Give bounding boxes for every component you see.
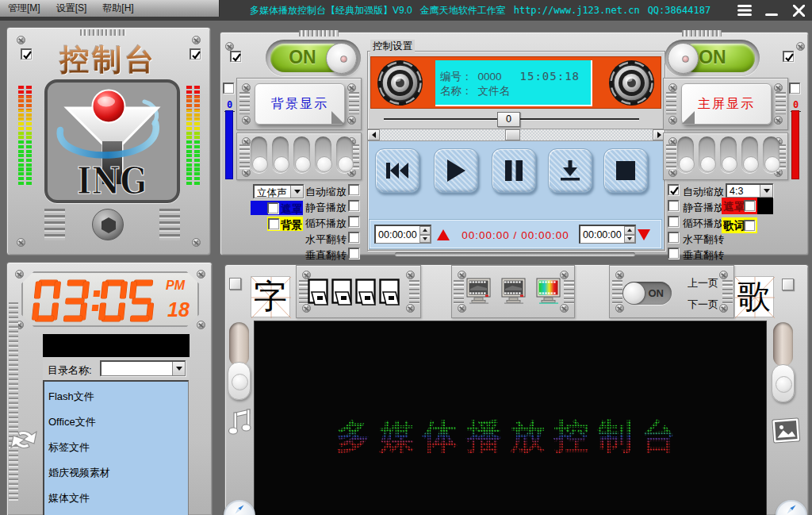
screen-power-toggle[interactable]: ON <box>622 282 672 305</box>
left-hflip-checkbox[interactable] <box>348 232 359 243</box>
left-vflip-checkbox[interactable] <box>348 248 359 259</box>
eq-slider-3[interactable] <box>293 136 310 173</box>
pause-icon <box>504 159 523 182</box>
eq-slider-2[interactable] <box>272 136 289 173</box>
song-mode-button[interactable]: 歌 <box>734 276 774 317</box>
eq-slider-3[interactable] <box>720 136 737 173</box>
left-loop-checkbox[interactable] <box>348 216 359 227</box>
list-item[interactable]: 婚庆视频素材 <box>48 466 110 480</box>
menu-help[interactable]: 帮助[H] <box>94 0 141 17</box>
right-hflip-checkbox[interactable] <box>668 232 679 243</box>
left-mute-checkbox[interactable] <box>348 200 359 211</box>
console-knob[interactable] <box>92 209 124 240</box>
background-checkbox[interactable] <box>268 218 279 229</box>
rocker-switch-button-4[interactable] <box>379 279 400 312</box>
right-button-plate: 主屏显示 <box>663 78 788 130</box>
spin-up-button[interactable] <box>624 226 635 235</box>
screen-right-square-button[interactable] <box>782 279 794 290</box>
right-mask-checkbox[interactable] <box>744 200 755 211</box>
list-item[interactable]: 标签文件 <box>48 440 90 455</box>
end-time-spinner[interactable]: 00:00:00 <box>579 225 636 244</box>
mask-color-swatch[interactable] <box>757 198 773 214</box>
minimize-button[interactable] <box>761 0 782 21</box>
navigate-left-button[interactable] <box>224 500 255 515</box>
left-level-bar[interactable] <box>225 110 233 179</box>
eq-slider-4[interactable] <box>741 136 758 173</box>
right-loop-checkbox[interactable] <box>668 216 679 227</box>
navigate-right-button[interactable] <box>776 500 807 515</box>
background-display-button[interactable]: 背景显示 <box>255 83 345 125</box>
seek-thumb[interactable]: 0 <box>497 112 520 127</box>
right-power-knob[interactable] <box>668 43 699 74</box>
right-edge-checkbox[interactable] <box>789 83 800 94</box>
mark-end-button[interactable] <box>638 229 650 240</box>
audio-mode-select[interactable]: 立体声 <box>253 184 304 198</box>
screw-icon <box>347 83 356 92</box>
directory-select[interactable] <box>100 360 186 376</box>
left-power-knob[interactable] <box>326 43 357 74</box>
picture-glyph <box>772 417 801 445</box>
dropdown-button[interactable] <box>290 186 303 198</box>
ridge-strip <box>299 30 339 37</box>
left-rail-track[interactable] <box>229 322 249 367</box>
right-rail-track[interactable] <box>773 322 793 367</box>
right-top-checkbox[interactable] <box>783 51 794 62</box>
aspect-ratio-select[interactable]: 4:3 <box>726 183 773 198</box>
pause-button[interactable] <box>492 148 536 193</box>
menu-settings[interactable]: 设置[S] <box>48 0 95 17</box>
previous-button[interactable] <box>375 148 419 193</box>
menu-manage[interactable]: 管理[M] <box>0 0 48 17</box>
left-top-checkbox[interactable] <box>230 51 241 62</box>
monitor-button-color[interactable] <box>536 278 561 308</box>
right-rail-thumb[interactable] <box>772 364 795 402</box>
left-rail-thumb[interactable] <box>228 362 251 400</box>
eq-slider-4[interactable] <box>315 136 331 173</box>
previous-page-link[interactable]: 上一页 <box>688 276 718 290</box>
text-mode-button[interactable]: 字 <box>251 276 290 317</box>
picture-icon[interactable] <box>772 417 801 448</box>
music-note-icon[interactable] <box>228 406 255 441</box>
load-button[interactable] <box>548 148 592 193</box>
play-button[interactable] <box>434 148 478 193</box>
scroll-left-button[interactable] <box>367 129 380 140</box>
left-autoscale-checkbox[interactable] <box>348 184 359 195</box>
next-page-link[interactable]: 下一页 <box>688 298 718 312</box>
scrollbar-thumb[interactable] <box>505 129 520 140</box>
eq-slider-1[interactable] <box>677 136 694 173</box>
right-level-bar[interactable] <box>791 110 799 179</box>
marquee-text: 多媒体播放控制台 <box>255 413 766 460</box>
left-edge-checkbox[interactable] <box>223 83 234 94</box>
horizontal-scrollbar[interactable] <box>367 129 665 141</box>
speaker-left-icon <box>377 60 423 106</box>
list-item[interactable]: Office文件 <box>48 415 96 429</box>
screw-icon <box>197 270 205 279</box>
list-item[interactable]: Flash文件 <box>48 390 94 404</box>
eq-slider-1[interactable] <box>251 136 267 173</box>
hamburger-menu-button[interactable] <box>734 0 755 21</box>
right-vflip-checkbox[interactable] <box>668 248 679 259</box>
mask-checkbox[interactable] <box>267 202 278 213</box>
stop-button[interactable] <box>603 148 648 193</box>
rocker-switch-button-3[interactable] <box>355 279 377 312</box>
refresh-icon[interactable] <box>7 421 40 461</box>
monitor-button-1[interactable] <box>466 278 492 308</box>
right-mute-checkbox[interactable] <box>668 200 679 211</box>
eq-slider-2[interactable] <box>699 136 715 173</box>
list-item[interactable]: 媒体文件 <box>48 491 90 505</box>
toggle-ball[interactable] <box>623 282 645 304</box>
spin-down-button[interactable] <box>624 235 635 244</box>
dropdown-button[interactable] <box>172 362 185 375</box>
screen-left-square-button[interactable] <box>229 278 241 290</box>
close-button[interactable] <box>788 0 809 21</box>
eq-slider-5[interactable] <box>763 136 779 173</box>
monitor-button-2[interactable] <box>501 278 527 308</box>
eq-slider-5[interactable] <box>336 136 353 173</box>
dropdown-button[interactable] <box>760 185 772 197</box>
right-autoscale-checkbox[interactable] <box>668 184 679 195</box>
main-screen-button[interactable]: 主屏显示 <box>681 83 772 125</box>
file-list[interactable]: Flash文件 Office文件 标签文件 婚庆视频素材 媒体文件 <box>43 380 189 515</box>
spinner-buttons[interactable] <box>624 226 635 243</box>
rocker-switch-button-1[interactable] <box>308 279 329 312</box>
rocker-switch-button-2[interactable] <box>331 279 353 312</box>
right-lyrics-checkbox[interactable] <box>744 220 755 231</box>
